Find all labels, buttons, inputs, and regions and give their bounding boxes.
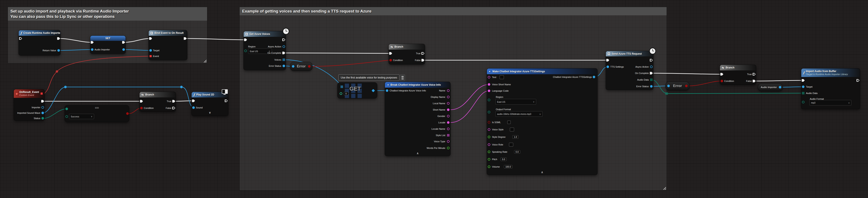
reroute-node[interactable] [180,86,183,88]
node-header[interactable]: Bind Event to On Result [149,30,187,36]
node-header[interactable]: ⇆ Branch [140,92,176,97]
exec-out-pin[interactable] [57,37,60,40]
error-in-pin[interactable] [292,65,294,68]
locale-pin[interactable] [447,121,450,124]
region-pin[interactable] [244,50,247,52]
text-input[interactable] [500,75,504,79]
node-header[interactable]: SET [90,36,126,41]
bubble-text-box[interactable]: Use the first available voice for testin… [338,75,399,81]
condition-pin[interactable] [390,59,392,61]
wire-audioimporter-to-target[interactable] [780,87,803,87]
wire-error-to-branch2-condition[interactable] [311,60,389,66]
array-in-pin[interactable] [341,86,343,88]
importer-pin[interactable] [41,106,44,109]
locale-name-pin[interactable] [447,128,450,130]
output-format-pin[interactable] [488,111,490,113]
exec-in-pin[interactable] [802,79,805,82]
index-value-box[interactable]: 0 [344,92,348,95]
voice-role-pin[interactable] [488,143,490,146]
async-action-pin[interactable] [282,45,285,48]
speaking-rate-pin[interactable] [488,150,490,153]
exec-in-pin[interactable] [606,59,609,62]
node-header[interactable]: Send Azure TTS Request [606,51,653,56]
target-pin[interactable] [149,49,152,52]
exec-in-pin[interactable] [389,52,392,55]
exec-in-pin[interactable] [140,100,143,103]
audio-importer-in-pin[interactable] [91,48,93,51]
false-exec-pin[interactable] [172,107,175,110]
short-name-pin[interactable] [447,109,450,111]
reroute-node[interactable] [56,70,58,73]
node-header[interactable]: ƒ Create Runtime Audio Importer [19,30,60,36]
node-onresult-custom-event[interactable]: ◈ OnResult_Event Custom Event Importer I… [14,89,44,120]
voice-style-input[interactable] [510,128,514,132]
wire-status-to-equal[interactable] [43,109,66,118]
sound-pin[interactable] [192,106,195,109]
pitch-value[interactable]: 0.0 [500,158,507,161]
node-header[interactable]: ► Make Chatbot Integrator Azure TTSSetti… [487,68,597,74]
equal-result-pin[interactable] [126,112,129,115]
node-equal-enum[interactable]: == Success ∨ [65,105,129,122]
comment-bubble-icon[interactable] [402,78,404,80]
wire-returnvalue-to-set[interactable] [59,50,92,50]
expand-advanced-icon[interactable]: ∨ [209,111,211,114]
exec-out-pin[interactable] [41,100,44,103]
volume-value[interactable]: 100.0 [504,165,513,168]
node-break-azure-voice-info[interactable]: ◄ Break Chatbot Integrator Azure Voice I… [385,82,451,156]
pin-icon[interactable] [402,76,404,78]
error-status-pin[interactable] [282,65,285,67]
false-exec-pin[interactable] [753,80,755,83]
condition-pin[interactable] [140,107,143,109]
exec-in-pin[interactable] [149,37,152,40]
node-branch-1[interactable]: ⇆ Branch True Condition False [140,92,176,111]
exec-in-pin[interactable] [91,41,94,44]
style-list-array-pin[interactable] [447,134,450,137]
exec-out-pin[interactable] [650,59,653,62]
enum-value-dropdown[interactable]: Success ∨ [69,114,94,119]
node-import-audio-from-buffer[interactable]: ƒ Import Audio from Buffer Target is Run… [801,68,860,109]
index-pin[interactable] [340,92,342,95]
node-header[interactable]: ƒ Import Audio from Buffer Target is Run… [801,68,860,77]
false-exec-pin[interactable] [422,59,425,62]
on-complete-exec-pin[interactable] [650,72,653,75]
audio-format-pin[interactable] [802,101,804,103]
exec-out-pin[interactable] [857,79,860,82]
node-header[interactable]: ◈ OnResult_Event Custom Event [14,89,44,98]
output-format-dropdown[interactable]: audio-16khz-32kbitrate-mono-mp3 ∨ [495,111,542,117]
text-pin[interactable] [488,76,490,79]
node-branch-2[interactable]: ⇆ Branch True Condition False [389,44,425,64]
true-exec-pin[interactable] [172,100,175,103]
exec-in-pin[interactable] [19,37,22,40]
error-out-pin[interactable] [308,65,311,68]
node-header[interactable]: ◄ Break Chatbot Integrator Azure Voice I… [385,82,451,88]
node-error-macro-1[interactable]: Error [290,62,312,70]
async-action-pin[interactable] [650,65,653,68]
voice-style-pin[interactable] [488,128,490,131]
on-complete-exec-pin[interactable] [282,52,285,54]
error-in-pin[interactable] [667,85,670,87]
ttssettings-out-pin[interactable] [593,76,595,78]
voices-array-pin[interactable] [283,59,285,61]
node-create-runtime-audio-importer[interactable]: ƒ Create Runtime Audio Importer Return V… [19,30,60,55]
true-exec-pin[interactable] [753,73,755,76]
region-dropdown[interactable]: East US ∨ [495,99,536,105]
target-pin[interactable] [802,85,804,88]
is-ssml-pin[interactable] [488,121,490,123]
wire-shortname-to-voiceshortname[interactable] [451,84,489,110]
true-exec-pin[interactable] [422,52,425,55]
exec-in-pin[interactable] [192,100,195,102]
exec-out-pin[interactable] [184,37,187,40]
reroute-array-node[interactable] [665,92,668,95]
voice-short-name-pin[interactable] [488,83,490,86]
gender-pin[interactable] [447,115,450,117]
audio-importer-out-pin[interactable] [122,48,125,51]
wire-error2-to-branch3-condition[interactable] [688,81,720,86]
node-send-azure-tts-request[interactable]: Send Azure TTS Request TTS Settings Asyn… [606,51,653,90]
node-bind-event-to-on-result[interactable]: Bind Event to On Result Target Event [149,30,187,60]
local-name-pin[interactable] [447,102,450,105]
node-make-azure-ttssettings[interactable]: ► Make Chatbot Integrator Azure TTSSetti… [487,68,597,175]
language-code-pin[interactable] [488,89,490,92]
element-out-pin[interactable] [372,89,375,92]
is-ssml-checkbox[interactable] [507,120,511,124]
wire-exec-set-to-bind[interactable] [124,38,150,42]
